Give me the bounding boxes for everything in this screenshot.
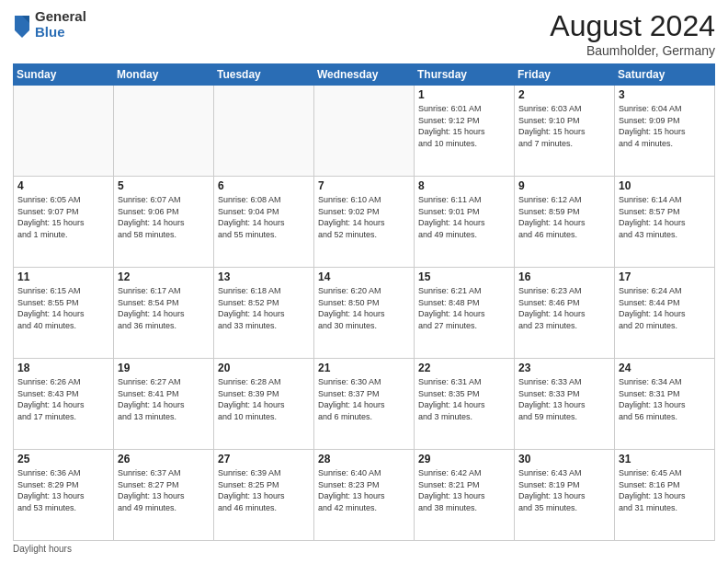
day-info: Sunrise: 6:17 AM Sunset: 8:54 PM Dayligh… [118, 285, 210, 331]
logo-general: General [35, 9, 86, 25]
day-number: 13 [218, 270, 310, 283]
page: General Blue August 2024 Baumholder, Ger… [0, 0, 728, 563]
calendar-cell: 13Sunrise: 6:18 AM Sunset: 8:52 PM Dayli… [214, 268, 314, 359]
day-info: Sunrise: 6:15 AM Sunset: 8:55 PM Dayligh… [17, 285, 109, 331]
calendar-cell: 7Sunrise: 6:10 AM Sunset: 9:02 PM Daylig… [314, 177, 415, 268]
day-info: Sunrise: 6:04 AM Sunset: 9:09 PM Dayligh… [619, 103, 711, 149]
day-info: Sunrise: 6:14 AM Sunset: 8:57 PM Dayligh… [619, 194, 711, 240]
day-number: 9 [518, 179, 610, 192]
calendar-day-header: Sunday [14, 64, 114, 86]
calendar-cell: 30Sunrise: 6:43 AM Sunset: 8:19 PM Dayli… [515, 450, 615, 541]
day-number: 23 [518, 362, 610, 374]
calendar-cell: 25Sunrise: 6:36 AM Sunset: 8:29 PM Dayli… [14, 450, 114, 541]
calendar-cell: 8Sunrise: 6:11 AM Sunset: 9:01 PM Daylig… [415, 177, 515, 268]
calendar-cell: 24Sunrise: 6:34 AM Sunset: 8:31 PM Dayli… [615, 359, 715, 450]
logo-blue: Blue [35, 25, 86, 40]
day-number: 29 [418, 453, 510, 465]
calendar-cell: 18Sunrise: 6:26 AM Sunset: 8:43 PM Dayli… [14, 359, 114, 450]
day-number: 5 [118, 179, 210, 192]
day-number: 21 [318, 362, 410, 374]
day-info: Sunrise: 6:08 AM Sunset: 9:04 PM Dayligh… [218, 194, 310, 240]
calendar-day-header: Tuesday [214, 64, 314, 86]
calendar-cell: 9Sunrise: 6:12 AM Sunset: 8:59 PM Daylig… [515, 177, 615, 268]
calendar-cell: 15Sunrise: 6:21 AM Sunset: 8:48 PM Dayli… [415, 268, 515, 359]
day-number: 28 [318, 453, 410, 465]
calendar-week-row: 11Sunrise: 6:15 AM Sunset: 8:55 PM Dayli… [14, 268, 715, 359]
calendar-cell: 31Sunrise: 6:45 AM Sunset: 8:16 PM Dayli… [615, 450, 715, 541]
day-info: Sunrise: 6:18 AM Sunset: 8:52 PM Dayligh… [218, 285, 310, 331]
day-info: Sunrise: 6:10 AM Sunset: 9:02 PM Dayligh… [318, 194, 410, 240]
calendar: SundayMondayTuesdayWednesdayThursdayFrid… [13, 63, 715, 541]
calendar-day-header: Thursday [415, 64, 515, 86]
day-info: Sunrise: 6:11 AM Sunset: 9:01 PM Dayligh… [418, 194, 510, 240]
day-number: 12 [118, 270, 210, 283]
day-info: Sunrise: 6:36 AM Sunset: 8:29 PM Dayligh… [17, 467, 109, 513]
footer-note: Daylight hours [13, 544, 715, 554]
calendar-cell: 20Sunrise: 6:28 AM Sunset: 8:39 PM Dayli… [214, 359, 314, 450]
calendar-cell: 6Sunrise: 6:08 AM Sunset: 9:04 PM Daylig… [214, 177, 314, 268]
calendar-cell: 11Sunrise: 6:15 AM Sunset: 8:55 PM Dayli… [14, 268, 114, 359]
day-number: 7 [318, 179, 410, 192]
day-number: 20 [218, 362, 310, 374]
calendar-cell [314, 86, 415, 177]
calendar-cell: 2Sunrise: 6:03 AM Sunset: 9:10 PM Daylig… [515, 86, 615, 177]
logo-icon [13, 12, 31, 38]
day-info: Sunrise: 6:45 AM Sunset: 8:16 PM Dayligh… [619, 467, 711, 513]
day-info: Sunrise: 6:37 AM Sunset: 8:27 PM Dayligh… [118, 467, 210, 513]
day-info: Sunrise: 6:05 AM Sunset: 9:07 PM Dayligh… [17, 194, 109, 240]
calendar-header-row: SundayMondayTuesdayWednesdayThursdayFrid… [14, 64, 715, 86]
calendar-day-header: Wednesday [314, 64, 415, 86]
calendar-cell: 5Sunrise: 6:07 AM Sunset: 9:06 PM Daylig… [114, 177, 214, 268]
day-info: Sunrise: 6:30 AM Sunset: 8:37 PM Dayligh… [318, 376, 410, 422]
calendar-day-header: Monday [114, 64, 214, 86]
day-number: 31 [619, 453, 711, 465]
calendar-cell: 12Sunrise: 6:17 AM Sunset: 8:54 PM Dayli… [114, 268, 214, 359]
day-number: 6 [218, 179, 310, 192]
day-info: Sunrise: 6:31 AM Sunset: 8:35 PM Dayligh… [418, 376, 510, 422]
day-number: 19 [118, 362, 210, 374]
calendar-cell: 14Sunrise: 6:20 AM Sunset: 8:50 PM Dayli… [314, 268, 415, 359]
day-number: 10 [619, 179, 711, 192]
calendar-cell [14, 86, 114, 177]
day-number: 4 [17, 179, 109, 192]
day-number: 3 [619, 88, 711, 101]
calendar-cell: 22Sunrise: 6:31 AM Sunset: 8:35 PM Dayli… [415, 359, 515, 450]
day-info: Sunrise: 6:03 AM Sunset: 9:10 PM Dayligh… [518, 103, 610, 149]
day-number: 14 [318, 270, 410, 283]
day-info: Sunrise: 6:20 AM Sunset: 8:50 PM Dayligh… [318, 285, 410, 331]
calendar-cell: 19Sunrise: 6:27 AM Sunset: 8:41 PM Dayli… [114, 359, 214, 450]
day-info: Sunrise: 6:26 AM Sunset: 8:43 PM Dayligh… [17, 376, 109, 422]
logo: General Blue [13, 9, 86, 40]
day-number: 27 [218, 453, 310, 465]
day-info: Sunrise: 6:28 AM Sunset: 8:39 PM Dayligh… [218, 376, 310, 422]
day-info: Sunrise: 6:01 AM Sunset: 9:12 PM Dayligh… [418, 103, 510, 149]
day-info: Sunrise: 6:23 AM Sunset: 8:46 PM Dayligh… [518, 285, 610, 331]
calendar-cell: 16Sunrise: 6:23 AM Sunset: 8:46 PM Dayli… [515, 268, 615, 359]
calendar-cell: 17Sunrise: 6:24 AM Sunset: 8:44 PM Dayli… [615, 268, 715, 359]
day-number: 16 [518, 270, 610, 283]
title-block: August 2024 Baumholder, Germany [550, 9, 715, 58]
daylight-hours-label: Daylight hours [13, 544, 72, 554]
calendar-cell: 28Sunrise: 6:40 AM Sunset: 8:23 PM Dayli… [314, 450, 415, 541]
calendar-week-row: 18Sunrise: 6:26 AM Sunset: 8:43 PM Dayli… [14, 359, 715, 450]
day-number: 17 [619, 270, 711, 283]
day-number: 8 [418, 179, 510, 192]
day-info: Sunrise: 6:39 AM Sunset: 8:25 PM Dayligh… [218, 467, 310, 513]
day-info: Sunrise: 6:27 AM Sunset: 8:41 PM Dayligh… [118, 376, 210, 422]
day-info: Sunrise: 6:07 AM Sunset: 9:06 PM Dayligh… [118, 194, 210, 240]
day-info: Sunrise: 6:40 AM Sunset: 8:23 PM Dayligh… [318, 467, 410, 513]
month-year: August 2024 [550, 9, 715, 43]
location: Baumholder, Germany [550, 43, 715, 58]
day-number: 22 [418, 362, 510, 374]
calendar-week-row: 1Sunrise: 6:01 AM Sunset: 9:12 PM Daylig… [14, 86, 715, 177]
calendar-cell: 1Sunrise: 6:01 AM Sunset: 9:12 PM Daylig… [415, 86, 515, 177]
day-number: 25 [17, 453, 109, 465]
calendar-cell: 23Sunrise: 6:33 AM Sunset: 8:33 PM Dayli… [515, 359, 615, 450]
calendar-cell: 29Sunrise: 6:42 AM Sunset: 8:21 PM Dayli… [415, 450, 515, 541]
day-info: Sunrise: 6:21 AM Sunset: 8:48 PM Dayligh… [418, 285, 510, 331]
calendar-cell: 4Sunrise: 6:05 AM Sunset: 9:07 PM Daylig… [14, 177, 114, 268]
calendar-cell: 10Sunrise: 6:14 AM Sunset: 8:57 PM Dayli… [615, 177, 715, 268]
day-info: Sunrise: 6:34 AM Sunset: 8:31 PM Dayligh… [619, 376, 711, 422]
day-number: 15 [418, 270, 510, 283]
calendar-cell [214, 86, 314, 177]
